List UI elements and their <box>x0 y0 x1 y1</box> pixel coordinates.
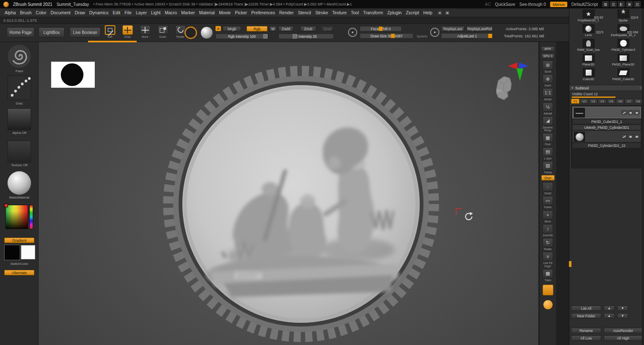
mode-edit-button[interactable]: Edit <box>104 25 116 38</box>
eye-icon[interactable] <box>634 110 639 115</box>
menu-color[interactable]: Color <box>34 9 48 16</box>
visible-count-slider[interactable]: Visible Count 12 <box>569 91 644 98</box>
color-picker-hue-strip[interactable] <box>29 205 33 229</box>
tool-item-pm3d_cylinder3[interactable]: PM3D_Cylinder3 <box>606 39 641 54</box>
replay-last-button[interactable]: ReplayLast <box>441 26 465 31</box>
menu-light[interactable]: Light <box>149 9 163 16</box>
polypaint-icon[interactable] <box>621 134 627 139</box>
subtool-tab-v5[interactable]: V5 <box>607 99 615 104</box>
quicksave-button[interactable]: QuickSave <box>495 2 515 7</box>
shelf-scroll[interactable]: ⊞Scroll <box>543 60 553 73</box>
shelf-zoom3d[interactable]: ↕Zoom3D <box>543 224 553 237</box>
menus-button[interactable]: Menus <box>550 2 567 7</box>
subtool-tab-v2[interactable]: V2 <box>580 99 588 104</box>
sculpt-coin-model[interactable] <box>160 63 442 345</box>
shelf-trans[interactable]: ▩Trans <box>543 269 553 282</box>
live-boolean-button[interactable]: Live Boolean <box>70 27 101 37</box>
shelf-move3d[interactable]: +Move <box>543 210 553 223</box>
shelf-frame[interactable]: ▭Frame <box>543 196 553 209</box>
main-color-swatch[interactable] <box>4 245 20 260</box>
subtool-tab-v4[interactable]: V4 <box>598 99 606 104</box>
tool-item-cube3d[interactable]: Cube3D <box>571 68 606 83</box>
current-stroke-button[interactable] <box>8 76 31 100</box>
menu-texture[interactable]: Texture <box>330 9 348 16</box>
polypaint-icon[interactable] <box>621 110 627 115</box>
menu-document[interactable]: Document <box>48 9 73 16</box>
tool-item-raw_scan_low[interactable]: RAW_Scan_low <box>571 39 606 54</box>
adjust-last-slider[interactable]: AdjustLast 1 <box>441 33 493 39</box>
all-high-button[interactable]: All High <box>604 335 642 341</box>
menu-brush[interactable]: Brush <box>18 9 34 16</box>
shelf-current-tool[interactable] <box>543 283 553 297</box>
dynamic-label[interactable]: Dynamic <box>417 35 427 38</box>
shelf-dynamic-persp[interactable]: ◢Dynamic Persp <box>540 116 556 132</box>
focal-shift-slider[interactable]: Focal Shift 0 <box>360 26 402 31</box>
zcut-button[interactable]: Zcut <box>321 26 334 31</box>
alpha-toggle-button[interactable]: A <box>216 26 221 31</box>
eye-icon[interactable] <box>628 110 633 115</box>
lightbox-button[interactable]: LightBox <box>39 27 65 37</box>
tool-item-earthquake_82_c[interactable]: 168Earthquake_82_c <box>606 24 641 39</box>
shelf-spix[interactable]: SPix 3 <box>541 53 555 59</box>
canvas-viewport[interactable] <box>39 42 538 345</box>
subtool-tab-v3[interactable]: V3 <box>589 99 597 104</box>
draw-size-knob[interactable] <box>391 34 395 38</box>
current-texture-button[interactable] <box>8 141 31 162</box>
menu-edit[interactable]: Edit <box>111 9 122 16</box>
menu-macro[interactable]: Macro <box>163 9 179 16</box>
menu-tool[interactable]: Tool <box>349 9 361 16</box>
mode-move-button[interactable]: Move <box>139 25 151 38</box>
menu-help[interactable]: Help <box>421 9 434 16</box>
material-preview-icon[interactable] <box>201 27 213 39</box>
panel-scroll-indicator[interactable] <box>569 261 571 267</box>
menu-zplugin[interactable]: Zplugin <box>385 9 403 16</box>
gradient-button[interactable]: Gradient <box>4 238 34 243</box>
replay-last-rel-button[interactable]: ReplayLastRel <box>466 26 493 31</box>
menu-alpha[interactable]: Alpha <box>3 9 18 16</box>
menu-movie[interactable]: Movie <box>217 9 233 16</box>
tool-item-polymesh3d_1[interactable]: 62PolyMesh3D_1 <box>571 10 606 24</box>
current-alpha-button[interactable] <box>8 108 31 130</box>
home-page-button[interactable]: Home Page <box>7 27 34 37</box>
alternate-button[interactable]: Alternate <box>4 270 34 275</box>
mode-scale-button[interactable]: Scale <box>157 25 169 38</box>
rgb-button[interactable]: Rgb <box>247 26 267 31</box>
shelf-zoom[interactable]: ⊕Zoom <box>543 74 553 87</box>
screen-icon[interactable]: ▥ <box>610 1 617 7</box>
menu-file[interactable]: File <box>122 9 134 16</box>
tool-item-pm3d_cube3d[interactable]: PM3D_Cube3D <box>606 68 641 83</box>
subtool-item[interactable]: PM3D_Cylinder3D1_22 <box>572 131 641 148</box>
shelf-bpr[interactable]: BPR <box>541 46 555 52</box>
menu-zscript[interactable]: Zscript <box>404 9 421 16</box>
auto-reorder-button[interactable]: AutoReorder <box>604 328 642 333</box>
draw-size-slider[interactable]: Draw Size 39.14387 <box>360 33 413 39</box>
subtool-folder[interactable]: UMesh_PM3D_Cylinder3D1 <box>572 125 641 130</box>
subtool-section-header[interactable]: ▾ Subtool ≡ <box>569 85 644 91</box>
shelf-floor[interactable]: ▦Floor <box>543 133 553 146</box>
stroke-preview-icon[interactable] <box>184 26 197 39</box>
shelf-notification[interactable] <box>543 298 553 309</box>
folder-down-button[interactable]: ▼ <box>617 313 628 319</box>
secondary-color-swatch[interactable] <box>21 245 35 259</box>
rename-button[interactable]: Rename <box>571 328 601 333</box>
all-low-button[interactable]: All Low <box>571 335 601 341</box>
rgb-intensity-slider[interactable]: Rgb Intensity 100 <box>216 34 268 39</box>
subtool-move-up-button[interactable]: ▲ <box>604 306 615 311</box>
shelf-local-symmetry[interactable]: ▤L.Sym <box>543 147 553 160</box>
menu-marker[interactable]: Marker <box>179 9 197 16</box>
zadd-button[interactable]: Zadd <box>278 26 293 31</box>
subtool-tab-v6[interactable]: V6 <box>616 99 624 104</box>
shelf-ghost[interactable]: ◌Ghost <box>543 182 553 195</box>
collapse-arrow-icon[interactable]: ▾ <box>571 86 573 90</box>
rgb-intensity-knob[interactable] <box>263 34 267 39</box>
shelf-actual[interactable]: 1:1Actual <box>543 88 553 101</box>
subtool-tab-v7[interactable]: V7 <box>625 99 633 104</box>
z-intensity-slider[interactable]: Z Intensity 25 <box>278 34 334 39</box>
layout-grid-icon[interactable]: ▦ <box>602 1 609 7</box>
menu-material[interactable]: Material <box>197 9 217 16</box>
palette-icon[interactable]: ◧ <box>618 1 625 7</box>
subtool-item[interactable]: PM3D_Cube3D1_1 <box>572 107 641 124</box>
panel-scrollbar[interactable] <box>642 8 644 345</box>
shelf-rotate3d[interactable]: ↻Rotate <box>543 238 553 251</box>
subtool-tab-v8[interactable]: V8 <box>634 99 642 104</box>
